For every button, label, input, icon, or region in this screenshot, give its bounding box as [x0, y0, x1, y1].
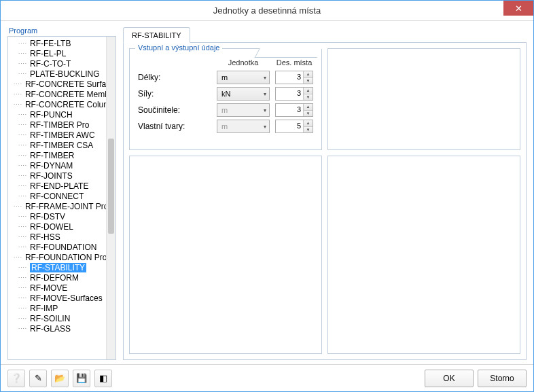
tree-branch-icon: ···· — [14, 81, 22, 87]
save-icon: 💾 — [76, 373, 87, 383]
panel-empty-top-right — [327, 48, 520, 150]
tree-item-label: RF-FRAME-JOINT Pro — [25, 202, 106, 211]
unit-dropdown: m▾ — [217, 120, 270, 133]
tree-branch-icon: ···· — [14, 91, 22, 97]
tree-item[interactable]: ····RF-DOWEL — [8, 221, 106, 232]
tree-branch-icon: ···· — [14, 274, 27, 281]
close-button[interactable]: ✕ — [503, 1, 533, 16]
window-title: Jednotky a desetinná místa — [213, 5, 321, 16]
tree-item[interactable]: ····RF-CONNECT — [8, 191, 106, 201]
tree-item[interactable]: ····RF-DEFORM — [8, 272, 106, 283]
tree-item-label: RF-C-TO-T — [30, 59, 71, 69]
column-headers: Jednotka Des. místa — [138, 56, 313, 69]
spinner-down-icon[interactable]: ▼ — [304, 127, 313, 133]
tree-item-label: RF-HSS — [30, 232, 60, 242]
cancel-button[interactable]: Storno — [478, 370, 527, 387]
chevron-down-icon: ▾ — [264, 124, 266, 130]
tree-item[interactable]: ····RF-IMP — [8, 303, 106, 313]
ok-button[interactable]: OK — [425, 370, 474, 387]
tree-item[interactable]: ····RF-FOUNDATION — [8, 242, 106, 252]
tree-item[interactable]: ····RF-TIMBER CSA — [8, 140, 106, 150]
unit-value: m — [221, 73, 228, 82]
program-tree[interactable]: ····RF-FE-LTB····RF-EL-PL····RF-C-TO-T··… — [8, 37, 106, 359]
unit-dropdown: m▾ — [217, 103, 270, 117]
tree-branch-icon: ···· — [14, 101, 22, 107]
spinner-up-icon[interactable]: ▲ — [304, 104, 313, 111]
tree-item[interactable]: ····RF-FOUNDATION Pro — [8, 252, 106, 262]
unit-dropdown[interactable]: m▾ — [217, 71, 270, 84]
tree-item[interactable]: ····RF-CONCRETE Columns — [8, 99, 106, 109]
spinner-up-icon[interactable]: ▲ — [304, 71, 313, 78]
tree-item[interactable]: ····RF-MOVE-Surfaces — [8, 293, 106, 303]
tree-branch-icon: ···· — [14, 224, 27, 230]
tree-branch-icon: ···· — [14, 234, 27, 240]
tree-item-label: RF-TIMBER Pro — [30, 120, 89, 130]
tree-item[interactable]: ····RF-TIMBER AWC — [8, 130, 106, 140]
save-button[interactable]: 💾 — [73, 370, 90, 387]
chevron-down-icon: ▾ — [264, 91, 266, 97]
tree-item[interactable]: ····RF-DYNAM — [8, 160, 106, 171]
tree-item[interactable]: ····RF-C-TO-T — [8, 58, 106, 69]
tree-item[interactable]: ····RF-HSS — [8, 232, 106, 242]
tree-item-label: RF-CONCRETE Members — [25, 90, 106, 99]
tree-item[interactable]: ····RF-EL-PL — [8, 48, 106, 58]
row-label: Součinitele: — [138, 105, 211, 115]
tree-item-label: RF-CONNECT — [30, 192, 84, 201]
tree-item-label: RF-CONCRETE Surfaces — [25, 79, 106, 89]
tree-item-label: RF-PUNCH — [30, 110, 73, 120]
spinner-down-icon[interactable]: ▼ — [304, 111, 313, 117]
tree-item[interactable]: ····RF-STABILITY — [8, 262, 106, 272]
settings-button[interactable]: ◧ — [94, 370, 112, 387]
scroll-thumb[interactable] — [108, 139, 114, 234]
tree-scrollbar[interactable] — [106, 37, 115, 359]
open-button[interactable]: 📂 — [51, 370, 69, 387]
unit-dropdown[interactable]: kN▾ — [217, 87, 270, 101]
decimals-value: 5 — [276, 120, 303, 132]
tree-item[interactable]: ····RF-MOVE — [8, 283, 106, 293]
tree-item-label: RF-TIMBER AWC — [30, 130, 95, 140]
tree-item[interactable]: ····RF-FE-LTB — [8, 38, 106, 48]
spinner-up-icon[interactable]: ▲ — [304, 120, 313, 127]
tree-item[interactable]: ····RF-TIMBER — [8, 150, 106, 160]
tree-item[interactable]: ····RF-END-PLATE — [8, 181, 106, 191]
tree-branch-icon: ···· — [14, 50, 27, 56]
decimals-spinner[interactable]: 3▲▼ — [275, 103, 313, 117]
tree-item[interactable]: ····RF-SOILIN — [8, 313, 106, 323]
tab-rf-stability[interactable]: RF-STABILITY — [123, 27, 190, 43]
tree-item-label: RF-EL-PL — [30, 49, 66, 58]
tree-item[interactable]: ····RF-CONCRETE Surfaces — [8, 79, 106, 89]
help-button[interactable]: ❔ — [7, 370, 25, 387]
decimals-spinner[interactable]: 5▲▼ — [275, 120, 313, 133]
spinner-down-icon[interactable]: ▼ — [304, 78, 313, 84]
tree-item-label: RF-DSTV — [30, 212, 65, 221]
tree-branch-icon: ···· — [14, 193, 27, 199]
decimals-spinner[interactable]: 3▲▼ — [275, 87, 313, 101]
tree-item[interactable]: ····PLATE-BUCKLING — [8, 69, 106, 79]
row-label: Síly: — [138, 89, 211, 99]
tree-item[interactable]: ····RF-CONCRETE Members — [8, 89, 106, 99]
tree-branch-icon: ···· — [14, 295, 27, 301]
panel-title: Vstupní a výstupní údaje — [135, 43, 222, 52]
edit-button[interactable]: ✎ — [29, 370, 47, 387]
tree-item[interactable]: ····RF-TIMBER Pro — [8, 120, 106, 130]
field-row: Vlastní tvary:m▾5▲▼ — [138, 118, 313, 135]
tree-item[interactable]: ····RF-DSTV — [8, 211, 106, 221]
decimals-spinner[interactable]: 3▲▼ — [275, 71, 313, 84]
unit-value: kN — [221, 90, 230, 98]
tree-item-label: RF-SOILIN — [30, 314, 70, 323]
spinner-up-icon[interactable]: ▲ — [304, 88, 313, 94]
decimals-value: 3 — [276, 88, 303, 100]
tree-item-label: RF-MOVE — [30, 283, 67, 293]
spinner-down-icon[interactable]: ▼ — [304, 94, 313, 101]
tree-item[interactable]: ····RF-FRAME-JOINT Pro — [8, 201, 106, 211]
row-label: Vlastní tvary: — [138, 122, 211, 131]
tree-item[interactable]: ····RF-GLASS — [8, 323, 106, 334]
tree-item-label: RF-MOVE-Surfaces — [30, 293, 103, 303]
sidebar-label: Program — [7, 26, 116, 35]
tree-item[interactable]: ····RF-PUNCH — [8, 109, 106, 120]
tab-label: RF-STABILITY — [132, 31, 181, 39]
tree-item[interactable]: ····RF-JOINTS — [8, 171, 106, 181]
tree-item-label: RF-DEFORM — [30, 273, 79, 283]
tree-branch-icon: ···· — [14, 254, 22, 260]
panel-content: Jednotka Des. místa Délky:m▾3▲▼Síly:kN▾3… — [130, 49, 321, 140]
